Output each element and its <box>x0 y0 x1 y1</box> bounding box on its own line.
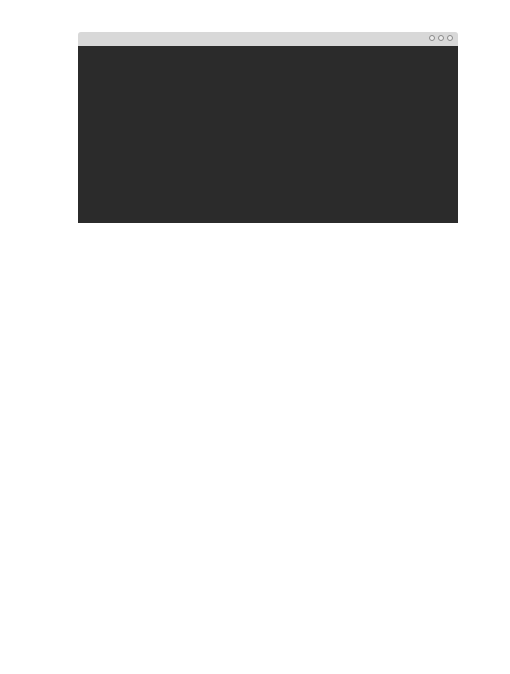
terminal-output <box>78 48 458 223</box>
close-icon <box>447 35 453 41</box>
page-footer <box>458 642 468 656</box>
minimize-icon <box>429 35 435 41</box>
terminal-titlebar <box>78 32 458 46</box>
window-controls <box>429 35 453 41</box>
maximize-icon <box>438 35 444 41</box>
terminal-figure <box>78 32 458 223</box>
